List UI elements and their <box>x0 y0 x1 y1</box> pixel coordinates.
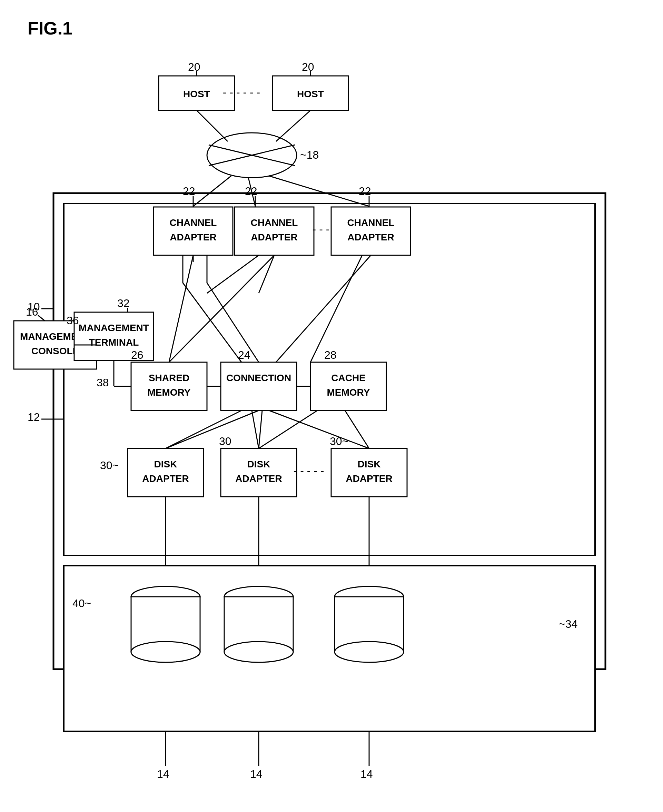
disk-adapter3-box <box>331 448 407 497</box>
conn-label1: CONNECTION <box>226 372 291 383</box>
conn38-ref: 38 <box>97 376 109 389</box>
ca1-label2: ADAPTER <box>170 232 216 243</box>
host-dots: - - - - - - <box>223 86 260 98</box>
disk2-bottom <box>224 642 293 662</box>
da1-label1: DISK <box>154 459 177 469</box>
sm-label1: SHARED <box>149 372 189 383</box>
mt-label1: MANAGEMENT <box>79 322 149 333</box>
ca3-label2: ADAPTER <box>348 232 394 243</box>
channel-adapter2-box <box>234 207 314 255</box>
da-dots: - - - - - <box>294 464 324 477</box>
ref14-3: 14 <box>361 768 373 780</box>
shared-memory-box <box>131 362 207 411</box>
figure-title: FIG.1 <box>27 18 73 38</box>
mt-label2: TERMINAL <box>89 337 139 348</box>
disk-sub-ref: ~34 <box>559 618 577 630</box>
disk-adapter2-box <box>221 448 297 497</box>
ca2-label1: CHANNEL <box>251 217 298 228</box>
da3-label1: DISK <box>358 459 381 469</box>
da3-label2: ADAPTER <box>346 473 392 484</box>
host2-label: HOST <box>297 89 324 99</box>
cm-label2: MEMORY <box>327 387 370 398</box>
channel-adapter3-box <box>331 207 411 255</box>
connection-box <box>221 362 297 411</box>
da1-ref: 30~ <box>100 459 119 472</box>
da2-label1: DISK <box>247 459 270 469</box>
conn36-ref: 36 <box>66 314 79 327</box>
cache-memory-box <box>310 362 386 411</box>
svg-line-14 <box>38 315 45 321</box>
disk3-bottom <box>335 642 404 662</box>
cm-ref: 28 <box>324 349 337 361</box>
host1-ref: 20 <box>188 61 201 73</box>
host2-ref: 20 <box>302 61 314 73</box>
mc-label2: CONSOLE <box>31 346 79 356</box>
channel-adapter1-box <box>154 207 233 255</box>
sm-ref: 26 <box>131 349 144 361</box>
ca3-ref-top: 22 <box>359 185 371 197</box>
da1-label2: ADAPTER <box>142 473 189 484</box>
switch-ref: ~18 <box>300 149 319 161</box>
svg-line-5 <box>276 110 310 141</box>
ca3-label1: CHANNEL <box>348 217 395 228</box>
inner-box-ref: 12 <box>27 411 40 423</box>
mt-ref: 32 <box>117 297 130 309</box>
cm-label1: CACHE <box>331 372 365 383</box>
da2-ref: 30 <box>219 435 231 447</box>
disk-adapter1-box <box>128 448 204 497</box>
sm-label2: MEMORY <box>148 387 191 398</box>
disk1-bottom <box>131 642 200 662</box>
disk-ref: 40~ <box>73 597 91 610</box>
da2-label2: ADAPTER <box>235 473 282 484</box>
ca2-label2: ADAPTER <box>251 232 298 243</box>
svg-line-4 <box>197 110 228 141</box>
ref14-1: 14 <box>157 768 169 780</box>
ca1-label1: CHANNEL <box>170 217 217 228</box>
mc-ref: 16 <box>26 306 38 318</box>
ref14-2: 14 <box>250 768 262 780</box>
host1-label: HOST <box>183 89 210 99</box>
ca1-ref-top: 22 <box>183 185 195 197</box>
